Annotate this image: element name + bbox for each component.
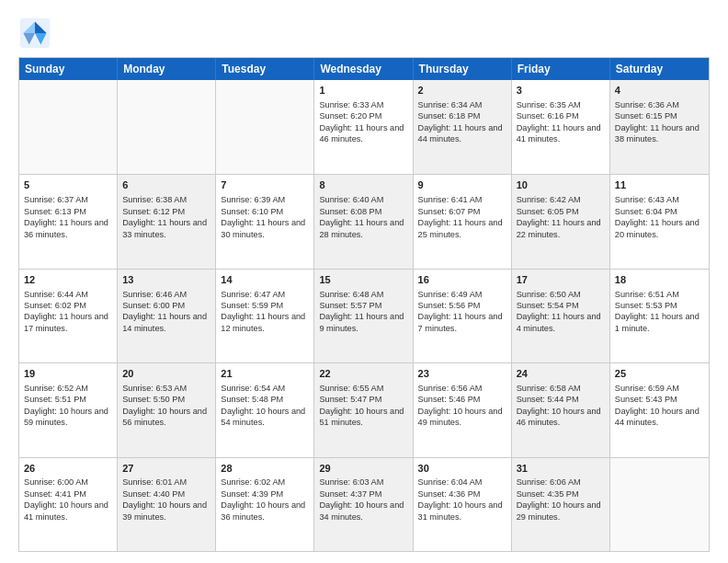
calendar: SundayMondayTuesdayWednesdayThursdayFrid…	[18, 57, 710, 552]
calendar-cell: 1Sunrise: 6:33 AM Sunset: 6:20 PM Daylig…	[314, 80, 413, 174]
day-info: Sunrise: 6:03 AM Sunset: 4:37 PM Dayligh…	[319, 477, 407, 523]
day-info: Sunrise: 6:49 AM Sunset: 5:56 PM Dayligh…	[418, 289, 506, 335]
calendar-cell: 27Sunrise: 6:01 AM Sunset: 4:40 PM Dayli…	[118, 458, 216, 551]
page-header	[18, 17, 710, 50]
calendar-cell: 20Sunrise: 6:53 AM Sunset: 5:50 PM Dayli…	[118, 363, 216, 456]
calendar-week: 12Sunrise: 6:44 AM Sunset: 6:02 PM Dayli…	[19, 269, 709, 362]
weekday-header: Friday	[512, 58, 610, 80]
day-number: 26	[24, 462, 112, 476]
calendar-cell: 25Sunrise: 6:59 AM Sunset: 5:43 PM Dayli…	[610, 363, 709, 456]
day-info: Sunrise: 6:54 AM Sunset: 5:48 PM Dayligh…	[221, 383, 309, 429]
calendar-cell: 5Sunrise: 6:37 AM Sunset: 6:13 PM Daylig…	[19, 175, 118, 268]
weekday-header: Thursday	[414, 58, 512, 80]
day-info: Sunrise: 6:47 AM Sunset: 5:59 PM Dayligh…	[221, 289, 309, 335]
day-number: 15	[319, 273, 407, 287]
day-number: 24	[517, 367, 605, 381]
calendar-cell: 2Sunrise: 6:34 AM Sunset: 6:18 PM Daylig…	[414, 80, 512, 174]
day-info: Sunrise: 6:06 AM Sunset: 4:35 PM Dayligh…	[517, 477, 605, 523]
day-number: 9	[418, 178, 506, 192]
calendar-body: 1Sunrise: 6:33 AM Sunset: 6:20 PM Daylig…	[19, 80, 709, 551]
day-info: Sunrise: 6:33 AM Sunset: 6:20 PM Dayligh…	[319, 99, 407, 145]
calendar-cell: 29Sunrise: 6:03 AM Sunset: 4:37 PM Dayli…	[314, 458, 413, 551]
day-number: 27	[122, 462, 210, 476]
calendar-cell: 24Sunrise: 6:58 AM Sunset: 5:44 PM Dayli…	[512, 363, 610, 456]
calendar-cell: 28Sunrise: 6:02 AM Sunset: 4:39 PM Dayli…	[216, 458, 314, 551]
day-info: Sunrise: 6:39 AM Sunset: 6:10 PM Dayligh…	[221, 194, 309, 240]
weekday-header: Sunday	[19, 58, 118, 80]
day-info: Sunrise: 6:40 AM Sunset: 6:08 PM Dayligh…	[319, 194, 407, 240]
calendar-cell: 30Sunrise: 6:04 AM Sunset: 4:36 PM Dayli…	[414, 458, 512, 551]
calendar-cell	[610, 458, 709, 551]
calendar-cell: 31Sunrise: 6:06 AM Sunset: 4:35 PM Dayli…	[512, 458, 610, 551]
day-info: Sunrise: 6:42 AM Sunset: 6:05 PM Dayligh…	[517, 194, 605, 240]
calendar-cell: 21Sunrise: 6:54 AM Sunset: 5:48 PM Dayli…	[216, 363, 314, 456]
calendar-cell: 6Sunrise: 6:38 AM Sunset: 6:12 PM Daylig…	[118, 175, 216, 268]
day-info: Sunrise: 6:46 AM Sunset: 6:00 PM Dayligh…	[122, 289, 210, 335]
day-number: 17	[517, 273, 605, 287]
day-number: 8	[319, 178, 407, 192]
day-number: 19	[24, 367, 112, 381]
day-number: 5	[24, 178, 112, 192]
calendar-cell: 19Sunrise: 6:52 AM Sunset: 5:51 PM Dayli…	[19, 363, 118, 456]
day-number: 3	[517, 84, 605, 98]
day-number: 28	[221, 462, 309, 476]
day-number: 30	[418, 462, 506, 476]
day-number: 25	[615, 367, 704, 381]
logo	[18, 17, 55, 50]
day-number: 2	[418, 84, 506, 98]
day-number: 14	[221, 273, 309, 287]
day-info: Sunrise: 6:48 AM Sunset: 5:57 PM Dayligh…	[319, 289, 407, 335]
day-number: 13	[122, 273, 210, 287]
day-info: Sunrise: 6:02 AM Sunset: 4:39 PM Dayligh…	[221, 477, 309, 523]
day-number: 20	[122, 367, 210, 381]
weekday-header: Saturday	[610, 58, 709, 80]
day-info: Sunrise: 6:36 AM Sunset: 6:15 PM Dayligh…	[615, 99, 704, 145]
day-number: 18	[615, 273, 704, 287]
calendar-cell: 12Sunrise: 6:44 AM Sunset: 6:02 PM Dayli…	[19, 270, 118, 362]
calendar-cell	[118, 80, 216, 174]
day-info: Sunrise: 6:55 AM Sunset: 5:47 PM Dayligh…	[319, 383, 407, 429]
day-number: 1	[319, 84, 407, 98]
calendar-cell: 10Sunrise: 6:42 AM Sunset: 6:05 PM Dayli…	[512, 175, 610, 268]
day-number: 7	[221, 178, 309, 192]
day-info: Sunrise: 6:38 AM Sunset: 6:12 PM Dayligh…	[122, 194, 210, 240]
day-info: Sunrise: 6:04 AM Sunset: 4:36 PM Dayligh…	[418, 477, 506, 523]
day-info: Sunrise: 6:37 AM Sunset: 6:13 PM Dayligh…	[24, 194, 112, 240]
calendar-cell: 8Sunrise: 6:40 AM Sunset: 6:08 PM Daylig…	[314, 175, 413, 268]
day-info: Sunrise: 6:35 AM Sunset: 6:16 PM Dayligh…	[517, 99, 605, 145]
calendar-cell	[216, 80, 314, 174]
day-info: Sunrise: 6:59 AM Sunset: 5:43 PM Dayligh…	[615, 383, 704, 429]
calendar-cell: 13Sunrise: 6:46 AM Sunset: 6:00 PM Dayli…	[118, 270, 216, 362]
calendar-week: 26Sunrise: 6:00 AM Sunset: 4:41 PM Dayli…	[19, 457, 709, 551]
day-info: Sunrise: 6:44 AM Sunset: 6:02 PM Dayligh…	[24, 289, 112, 335]
day-info: Sunrise: 6:52 AM Sunset: 5:51 PM Dayligh…	[24, 383, 112, 429]
day-number: 31	[517, 462, 605, 476]
day-info: Sunrise: 6:56 AM Sunset: 5:46 PM Dayligh…	[418, 383, 506, 429]
calendar-cell: 26Sunrise: 6:00 AM Sunset: 4:41 PM Dayli…	[19, 458, 118, 551]
day-info: Sunrise: 6:34 AM Sunset: 6:18 PM Dayligh…	[418, 99, 506, 145]
day-number: 22	[319, 367, 407, 381]
calendar-cell: 7Sunrise: 6:39 AM Sunset: 6:10 PM Daylig…	[216, 175, 314, 268]
calendar-cell: 18Sunrise: 6:51 AM Sunset: 5:53 PM Dayli…	[610, 270, 709, 362]
calendar-header: SundayMondayTuesdayWednesdayThursdayFrid…	[19, 58, 709, 80]
calendar-cell: 9Sunrise: 6:41 AM Sunset: 6:07 PM Daylig…	[414, 175, 512, 268]
calendar-cell: 17Sunrise: 6:50 AM Sunset: 5:54 PM Dayli…	[512, 270, 610, 362]
day-info: Sunrise: 6:01 AM Sunset: 4:40 PM Dayligh…	[122, 477, 210, 523]
day-number: 4	[615, 84, 704, 98]
weekday-header: Monday	[118, 58, 216, 80]
day-number: 10	[517, 178, 605, 192]
calendar-cell: 4Sunrise: 6:36 AM Sunset: 6:15 PM Daylig…	[610, 80, 709, 174]
calendar-cell: 16Sunrise: 6:49 AM Sunset: 5:56 PM Dayli…	[414, 270, 512, 362]
weekday-header: Wednesday	[314, 58, 413, 80]
day-number: 6	[122, 178, 210, 192]
calendar-cell: 22Sunrise: 6:55 AM Sunset: 5:47 PM Dayli…	[314, 363, 413, 456]
day-number: 23	[418, 367, 506, 381]
day-info: Sunrise: 6:43 AM Sunset: 6:04 PM Dayligh…	[615, 194, 704, 240]
calendar-cell: 23Sunrise: 6:56 AM Sunset: 5:46 PM Dayli…	[414, 363, 512, 456]
day-info: Sunrise: 6:51 AM Sunset: 5:53 PM Dayligh…	[615, 289, 704, 335]
weekday-header: Tuesday	[216, 58, 314, 80]
logo-icon	[18, 17, 51, 50]
day-info: Sunrise: 6:58 AM Sunset: 5:44 PM Dayligh…	[517, 383, 605, 429]
day-number: 11	[615, 178, 704, 192]
calendar-cell	[19, 80, 118, 174]
